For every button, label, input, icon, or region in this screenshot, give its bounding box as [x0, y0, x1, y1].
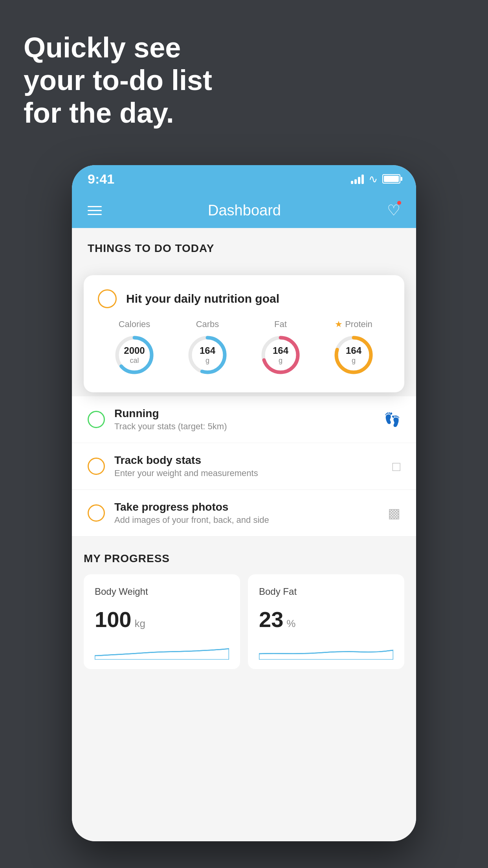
wifi-icon: ∿	[369, 173, 378, 186]
body-stats-subtitle: Enter your weight and measurements	[114, 468, 383, 478]
todo-list: Running Track your stats (target: 5km) 👣…	[72, 396, 416, 537]
hamburger-menu[interactable]	[88, 206, 102, 215]
body-weight-card[interactable]: Body Weight 100 kg	[84, 574, 240, 669]
signal-icon	[351, 174, 364, 184]
body-fat-unit: %	[286, 618, 295, 630]
nutrition-card-title: Hit your daily nutrition goal	[126, 292, 279, 305]
todo-item-body-stats[interactable]: Track body stats Enter your weight and m…	[72, 443, 416, 490]
progress-title: MY PROGRESS	[84, 552, 404, 565]
body-fat-title: Body Fat	[259, 586, 393, 597]
nutrition-carbs: Carbs 164 g	[186, 319, 229, 377]
progress-section: MY PROGRESS Body Weight 100 kg B	[72, 537, 416, 681]
todo-item-running[interactable]: Running Track your stats (target: 5km) 👣	[72, 396, 416, 443]
nav-title: Dashboard	[208, 202, 281, 219]
carbs-label: Carbs	[196, 319, 219, 329]
calories-value: 2000	[124, 345, 145, 357]
carbs-donut: 164 g	[186, 333, 229, 377]
phone-frame: 9:41 ∿ Dashboard ♡ THINGS TO DO TODAY	[72, 165, 416, 841]
phone-body: THINGS TO DO TODAY Hit your daily nutrit…	[72, 228, 416, 841]
nutrition-card: Hit your daily nutrition goal Calories 2…	[84, 275, 404, 392]
nutrition-checkbox[interactable]	[98, 289, 117, 308]
body-stats-text: Track body stats Enter your weight and m…	[114, 454, 383, 478]
body-weight-unit: kg	[134, 618, 145, 630]
body-weight-value: 100	[95, 607, 131, 632]
photos-checkbox[interactable]	[88, 504, 105, 522]
calories-label: Calories	[119, 319, 150, 329]
fat-label: Fat	[274, 319, 287, 329]
running-subtitle: Track your stats (target: 5km)	[114, 421, 374, 432]
person-icon: ▩	[388, 505, 400, 521]
body-fat-value: 23	[259, 607, 283, 632]
body-fat-value-row: 23 %	[259, 607, 393, 632]
hero-text: Quickly see your to-do list for the day.	[24, 31, 212, 129]
protein-label: ★ Protein	[335, 319, 372, 329]
nutrition-calories: Calories 2000 cal	[113, 319, 156, 377]
running-checkbox[interactable]	[88, 411, 105, 428]
calories-donut: 2000 cal	[113, 333, 156, 377]
nutrition-protein: ★ Protein 164 g	[332, 319, 375, 377]
status-bar: 9:41 ∿	[72, 165, 416, 193]
protein-value: 164	[346, 345, 361, 357]
fat-value: 164	[273, 345, 288, 357]
body-fat-sparkline	[259, 640, 393, 660]
todo-item-photos[interactable]: Take progress photos Add images of your …	[72, 490, 416, 537]
protein-donut: 164 g	[332, 333, 375, 377]
progress-cards: Body Weight 100 kg Body Fat 23 %	[84, 574, 404, 669]
photos-text: Take progress photos Add images of your …	[114, 501, 378, 525]
hero-line3: for the day.	[24, 97, 212, 129]
shoe-icon: 👣	[384, 412, 400, 427]
carbs-unit: g	[200, 357, 215, 365]
nav-bar: Dashboard ♡	[72, 193, 416, 228]
photos-title: Take progress photos	[114, 501, 378, 513]
hero-line2: your to-do list	[24, 64, 212, 97]
photos-subtitle: Add images of your front, back, and side	[114, 515, 378, 525]
running-title: Running	[114, 407, 374, 420]
nutrition-fat: Fat 164 g	[259, 319, 302, 377]
battery-icon	[382, 174, 400, 184]
hero-line1: Quickly see	[24, 31, 212, 64]
body-weight-title: Body Weight	[95, 586, 229, 597]
protein-unit: g	[346, 357, 361, 365]
nutrition-circles: Calories 2000 cal Carbs	[98, 319, 390, 377]
nutrition-card-header: Hit your daily nutrition goal	[98, 289, 390, 308]
running-text: Running Track your stats (target: 5km)	[114, 407, 374, 432]
status-time: 9:41	[88, 171, 114, 187]
section-header: THINGS TO DO TODAY	[72, 228, 416, 263]
bell-button[interactable]: ♡	[387, 202, 400, 219]
body-fat-card[interactable]: Body Fat 23 %	[248, 574, 404, 669]
status-icons: ∿	[351, 173, 400, 186]
body-weight-value-row: 100 kg	[95, 607, 229, 632]
fat-donut: 164 g	[259, 333, 302, 377]
section-title: THINGS TO DO TODAY	[88, 242, 214, 254]
carbs-value: 164	[200, 345, 215, 357]
scale-icon: □	[392, 459, 400, 474]
star-icon: ★	[335, 319, 343, 329]
body-stats-title: Track body stats	[114, 454, 383, 467]
fat-unit: g	[273, 357, 288, 365]
calories-unit: cal	[124, 357, 145, 365]
notification-dot	[396, 200, 402, 206]
body-stats-checkbox[interactable]	[88, 458, 105, 475]
body-weight-sparkline	[95, 640, 229, 660]
